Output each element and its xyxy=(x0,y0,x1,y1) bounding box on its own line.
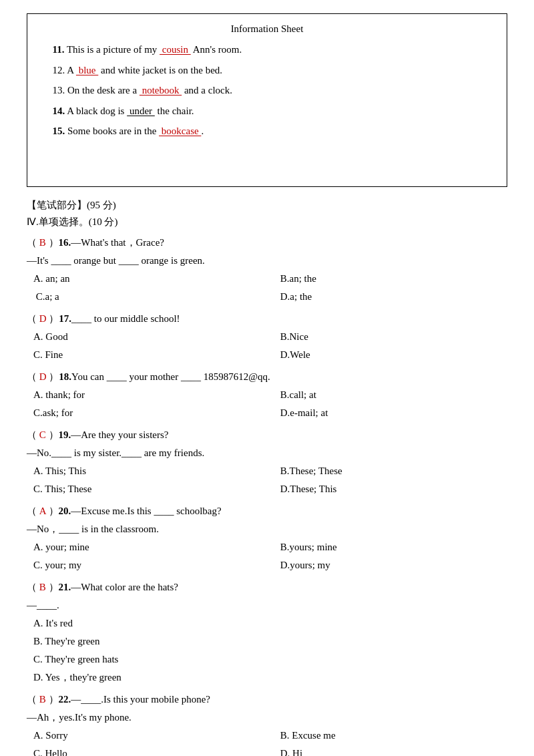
option-21a: A. It's red xyxy=(27,614,507,632)
option-18a: A. thank; for xyxy=(27,386,267,404)
answer-20: A xyxy=(39,506,46,516)
num-11: 11. This is a picture of my xyxy=(47,44,160,55)
question-16: （ B ）16.—What's that，Grace? —It's ____ o… xyxy=(27,234,507,306)
info-line-15: 15. Some books are in the bookcase . xyxy=(47,123,487,140)
answer-12: blue xyxy=(76,65,98,75)
option-18d: D.e-mail; at xyxy=(267,404,507,422)
option-17c: C. Fine xyxy=(27,346,267,364)
option-19a: A. This; This xyxy=(27,462,267,480)
answer-17: D xyxy=(39,313,47,324)
question-19: （ C ）19.—Are they your sisters? —No.____… xyxy=(27,426,507,498)
question-21: （ B ）21.—What color are the hats? —____.… xyxy=(27,578,507,687)
option-20a: A. your; mine xyxy=(27,538,267,556)
option-22b: B. Excuse me xyxy=(267,727,507,745)
info-line-12: 12. A blue and white jacket is on the be… xyxy=(47,62,487,79)
option-18b: B.call; at xyxy=(267,386,507,404)
option-17a: A. Good xyxy=(27,328,267,346)
option-21c: C. They're green hats xyxy=(27,650,507,669)
option-18c: C.ask; for xyxy=(27,404,267,422)
answer-14: under xyxy=(127,106,155,116)
option-19b: B.These; These xyxy=(267,462,507,480)
answer-22: B xyxy=(39,694,46,705)
question-17: （ D ）17.____ to our middle school! A. Go… xyxy=(27,310,507,364)
info-line-13: 13. On the desk are a notebook and a clo… xyxy=(47,82,487,100)
answer-21: B xyxy=(39,582,46,592)
option-16c: C.a; a xyxy=(27,288,267,306)
answer-13: notebook xyxy=(140,85,182,96)
option-17b: B.Nice xyxy=(267,328,507,346)
option-22a: A. Sorry xyxy=(27,727,267,745)
option-22d: D. Hi xyxy=(267,745,507,756)
info-line-14: 14. A black dog is under the chair. xyxy=(47,103,487,120)
option-21b: B. They're green xyxy=(27,632,507,650)
option-22c: C. Hello xyxy=(27,745,267,756)
answer-11: cousin xyxy=(160,44,191,55)
info-sheet: Information Sheet 11. This is a picture … xyxy=(27,13,507,187)
question-18: （ D ）18.You can ____ your mother ____ 18… xyxy=(27,368,507,422)
option-20c: C. your; my xyxy=(27,556,267,574)
option-17d: D.Wele xyxy=(267,346,507,364)
written-section-sub: Ⅳ.单项选择。(10 分) xyxy=(27,216,507,228)
answer-19: C xyxy=(39,429,46,440)
info-line-11: 11. This is a picture of my cousin Ann's… xyxy=(47,41,487,59)
option-19c: C. This; These xyxy=(27,480,267,498)
option-16a: A. an; an xyxy=(27,270,267,288)
option-21d: D. Yes，they're green xyxy=(27,669,507,687)
option-20b: B.yours; mine xyxy=(267,538,507,556)
option-16b: B.an; the xyxy=(267,270,507,288)
question-22: （ B ）22.—____.Is this your mobile phone?… xyxy=(27,691,507,756)
info-sheet-title: Information Sheet xyxy=(47,23,487,35)
answer-15: bookcase xyxy=(159,126,201,136)
option-19d: D.These; This xyxy=(267,480,507,498)
answer-16: B xyxy=(39,237,46,248)
question-20: （ A ）20.—Excuse me.Is this ____ schoolba… xyxy=(27,502,507,574)
answer-18: D xyxy=(39,371,47,382)
option-16d: D.a; the xyxy=(267,288,507,306)
written-section-header: 【笔试部分】(95 分) xyxy=(27,199,507,212)
option-20d: D.yours; my xyxy=(267,556,507,574)
